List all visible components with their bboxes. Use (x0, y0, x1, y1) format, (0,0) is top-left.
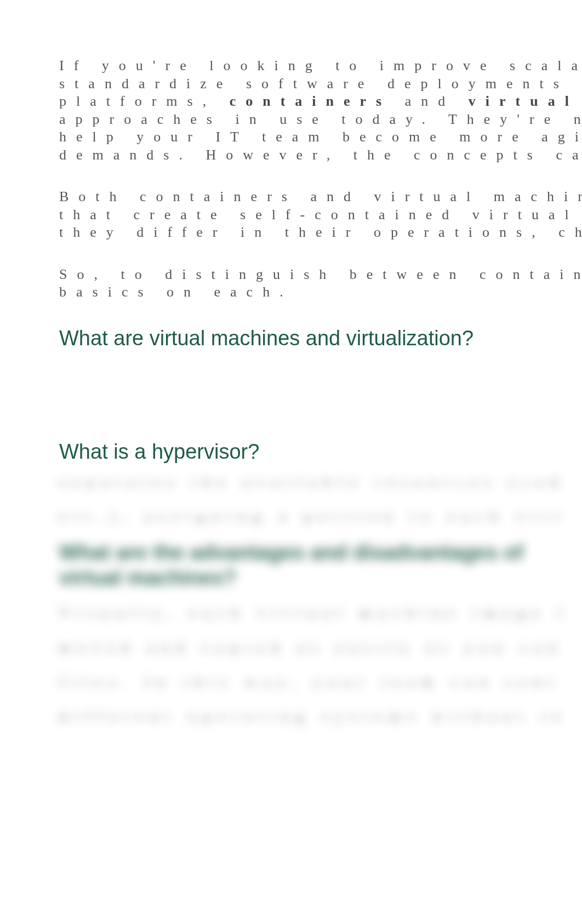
intro-paragraph-3: So, to distinguish between containers ba… (59, 266, 582, 301)
heading-virtual-machines: What are virtual machines and virtualiza… (59, 326, 582, 352)
text-line: platforms, (59, 93, 230, 109)
paywall-blurred-content: separates the available resources (cod e… (59, 471, 552, 740)
blurred-heading-advantages: What are the advantages and disadvantage… (59, 540, 552, 590)
document-page: { "intro": { "p1_a": "If you're looking … (0, 0, 582, 924)
blurred-text-line: files. In this way, your team can cent (59, 671, 552, 693)
text-line: help your IT team become more agile an (59, 129, 582, 145)
text-line: So, to distinguish between containers (59, 266, 582, 282)
text-line: Both containers and virtual machines ( (59, 189, 582, 204)
article-body: If you're looking to improve scalabili s… (59, 57, 582, 531)
keyword-containers: containers (230, 93, 392, 109)
text-line: approaches in use today. They're not m (59, 111, 582, 127)
text-line: and (391, 93, 469, 109)
text-line: they differ in their operations, chara (59, 224, 582, 240)
text-line: that create self-contained virtual pac (59, 207, 582, 223)
keyword-virtual-machines: virtual machines (VMs) (469, 93, 582, 109)
blurred-text-line: different operating systems without re (59, 706, 552, 727)
text-line: demands. However, the concepts can be (59, 147, 582, 163)
text-line: basics on each. (59, 284, 293, 300)
text-line: standardize software deployments acros (59, 76, 582, 92)
blurred-text-line: Visually, each virtual machine image l (59, 602, 552, 624)
heading-hypervisor: What is a hypervisor? (59, 439, 582, 465)
blurred-text-line: moved and copied as easily as you can (59, 637, 552, 658)
intro-paragraph-1: If you're looking to improve scalabili s… (59, 57, 582, 164)
text-line: If you're looking to improve scalabili (59, 58, 582, 73)
blurred-text-line: separates the available resources (cod (59, 471, 552, 493)
blurred-text-line: etc.), assigning a portion to each virt (59, 506, 552, 527)
intro-paragraph-2: Both containers and virtual machines ( t… (59, 188, 582, 242)
